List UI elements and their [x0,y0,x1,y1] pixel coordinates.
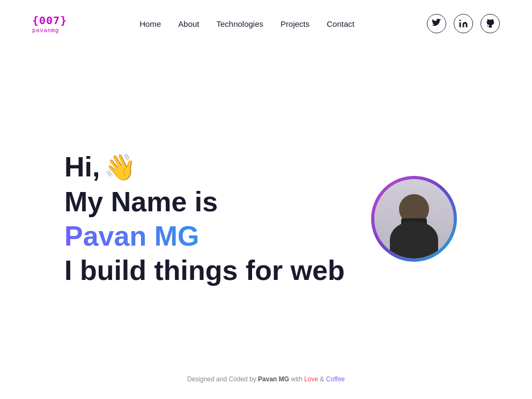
avatar [374,179,454,258]
avatar-wrapper [371,176,457,262]
footer-text-middle: with [289,375,304,383]
github-link[interactable] [481,14,500,33]
avatar-silhouette [374,179,454,258]
nav-projects[interactable]: Projects [280,19,309,28]
nav-contact[interactable]: Contact [327,19,354,28]
hero-name: Pavan MG [64,219,345,253]
social-icons [427,14,500,33]
header: {007} pavanmg Home About Technologies Pr… [0,0,532,47]
github-icon [485,19,495,28]
hero-section: Hi, 👋 My Name is Pavan MG I build things… [64,150,345,287]
linkedin-icon [459,19,468,28]
footer-love: Love [304,375,318,383]
nav-about[interactable]: About [178,19,199,28]
footer-coffee: Coffee [326,375,345,383]
nav-technologies[interactable]: Technologies [216,19,263,28]
nav-home[interactable]: Home [139,19,161,28]
linkedin-link[interactable] [454,14,473,33]
footer-author: Pavan MG [258,375,289,383]
avatar-head [399,194,429,224]
logo-name: pavanmg [32,27,59,34]
twitter-link[interactable] [427,14,446,33]
hero-greeting: Hi, 👋 [64,150,345,183]
svg-point-0 [459,20,461,21]
hero-tagline: I build things for web [64,254,345,287]
footer-text-before: Designed and Coded by [187,375,258,383]
avatar-body [390,221,438,258]
logo[interactable]: {007} pavanmg [32,14,67,34]
twitter-icon [432,19,441,28]
main-content: Hi, 👋 My Name is Pavan MG I build things… [0,47,532,358]
greeting-text: Hi, [64,150,100,183]
avatar-ring [371,176,457,262]
main-nav: Home About Technologies Projects Contact [139,19,354,28]
logo-braces: {007} [32,14,67,27]
hero-intro: My Name is [64,185,345,218]
footer-separator: & [318,375,326,383]
wave-emoji: 👋 [104,152,136,183]
footer: Designed and Coded by Pavan MG with Love… [0,365,532,394]
